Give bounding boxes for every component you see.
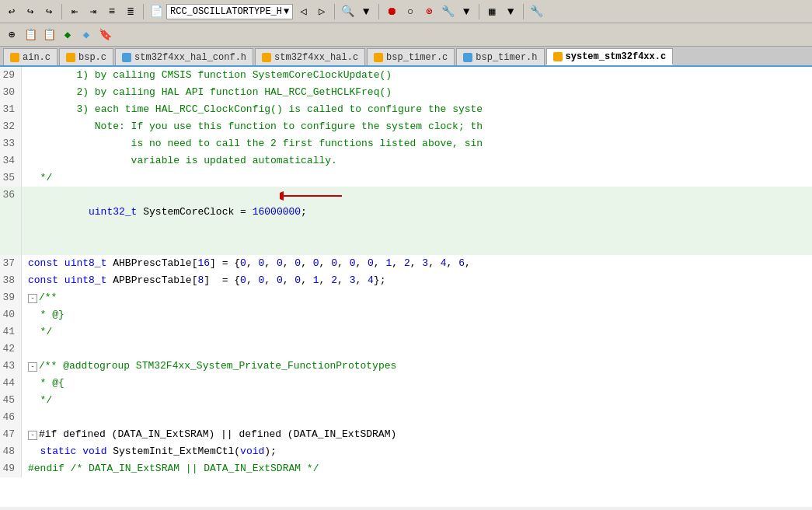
line-code-33: is no need to call the 2 first functions… (22, 135, 812, 152)
toggle-comment2-icon[interactable]: ≣ (122, 3, 139, 20)
sep3 (334, 4, 335, 19)
line-num-47: 47 (0, 426, 22, 443)
line-code-43: -/** @addtogroup STM32F4xx_System_Privat… (22, 358, 812, 375)
line-code-40: * @} (22, 306, 812, 323)
toolbar-top: ↩ ↪ ↪ ⇤ ⇥ ≡ ≣ 📄 RCC_OSCILLATORTYPE_H ▼ ◁… (0, 0, 812, 23)
code-line-31: 31 3) each time HAL_RCC_ClockConfig() is… (0, 101, 812, 118)
rcc-dropdown-label: RCC_OSCILLATORTYPE_H (170, 6, 282, 17)
line-code-32: Note: If you use this function to config… (22, 118, 812, 135)
tab-bsp-label: bsp.c (78, 52, 106, 63)
sep6 (523, 4, 524, 19)
copy-icon[interactable]: 📋 (40, 26, 58, 44)
line-code-39: -/** (22, 289, 812, 306)
tab-bsp-timer-h[interactable]: bsp_timer.h (456, 48, 544, 65)
code-line-45: 45 */ (0, 392, 812, 409)
line-num-41: 41 (0, 323, 22, 341)
line-code-49: #endif /* DATA_IN_ExtSRAM || DATA_IN_Ext… (22, 460, 812, 477)
circle-icon[interactable]: ○ (402, 3, 419, 20)
indent-left-icon[interactable]: ⇤ (66, 3, 83, 20)
rcc-dropdown[interactable]: RCC_OSCILLATORTYPE_H ▼ (166, 4, 293, 19)
code-line-49: 49 #endif /* DATA_IN_ExtSRAM || DATA_IN_… (0, 460, 812, 477)
line-num-39: 39 (0, 289, 22, 306)
line-num-35: 35 (0, 169, 22, 187)
tab-system[interactable]: system_stm32f4xx.c (546, 48, 674, 65)
tab-bsp-timer[interactable]: bsp_timer.c (367, 48, 455, 65)
tab-system-icon (553, 52, 563, 61)
tab-bsp-timer-label: bsp_timer.c (386, 52, 448, 63)
code-area: 29 1) by calling CMSIS function SystemCo… (0, 67, 812, 507)
toggle-comment-icon[interactable]: ≡ (103, 3, 120, 20)
green-diamond-icon[interactable]: ◆ (59, 26, 76, 44)
tab-hal-conf[interactable]: stm32f4xx_hal_conf.h (115, 48, 253, 65)
tab-ain-icon (10, 53, 19, 62)
tab-ain[interactable]: ain.c (3, 48, 58, 65)
nav-back-icon[interactable]: ◁ (294, 3, 312, 20)
nav-fwd-icon[interactable]: ▷ (313, 3, 330, 20)
search-icon[interactable]: 🔍 (339, 3, 356, 20)
code-line-33: 33 is no need to call the 2 first functi… (0, 135, 812, 152)
line-num-38: 38 (0, 272, 22, 289)
dropdown-arrow-icon[interactable]: ▼ (357, 3, 375, 20)
file-icon[interactable]: 📄 (148, 3, 165, 20)
tab-hal-conf-label: stm32f4xx_hal_conf.h (134, 52, 246, 63)
tab-hal[interactable]: stm32f4xx_hal.c (255, 48, 365, 65)
line-code-29: 1) by calling CMSIS function SystemCoreC… (22, 67, 812, 84)
build-dropdown-icon[interactable]: ▼ (458, 3, 475, 20)
sep4 (378, 4, 379, 19)
line-num-29: 29 (0, 67, 22, 84)
code-line-46: 46 (0, 409, 812, 426)
fold-47[interactable]: - (28, 431, 37, 440)
line-code-31: 3) each time HAL_RCC_ClockConfig() is ca… (22, 101, 812, 118)
code-line-41: 41 */ (0, 323, 812, 341)
line-code-41: */ (22, 323, 812, 341)
toolbar-second: ⊕ 📋 📋 ◆ ◆ 🔖 (0, 23, 812, 47)
code-line-29: 29 1) by calling CMSIS function SystemCo… (0, 67, 812, 84)
code-line-48: 48 static void SystemInit_ExtMemCtl(void… (0, 443, 812, 460)
app-window: ↩ ↪ ↪ ⇤ ⇥ ≡ ≣ 📄 RCC_OSCILLATORTYPE_H ▼ ◁… (0, 0, 812, 507)
line-num-33: 33 (0, 135, 22, 152)
redo2-icon[interactable]: ↪ (40, 3, 58, 20)
layout-dropdown-icon[interactable]: ▼ (502, 3, 519, 20)
tab-hal-conf-icon (122, 53, 131, 62)
diff-icon[interactable]: ⊗ (420, 3, 437, 20)
line-num-30: 30 (0, 84, 22, 101)
blue-diamond-icon[interactable]: ◆ (78, 26, 95, 44)
line-code-48: static void SystemInit_ExtMemCtl(void); (22, 443, 812, 460)
fold-43[interactable]: - (28, 362, 37, 372)
tab-hal-label: stm32f4xx_hal.c (274, 52, 358, 63)
tab-bsp-timer-h-label: bsp_timer.h (476, 52, 537, 63)
build-icon[interactable]: 🔧 (439, 3, 456, 20)
fold-39[interactable]: - (28, 294, 37, 303)
indent-right-icon[interactable]: ⇥ (85, 3, 102, 20)
code-line-43: 43 -/** @addtogroup STM32F4xx_System_Pri… (0, 358, 812, 375)
line-num-31: 31 (0, 101, 22, 118)
line-num-40: 40 (0, 306, 22, 323)
undo-icon[interactable]: ↩ (3, 3, 20, 20)
line-num-32: 32 (0, 118, 22, 135)
settings-icon[interactable]: 🔧 (528, 3, 545, 20)
line-code-45: */ (22, 392, 812, 409)
sep1 (61, 4, 62, 19)
line-num-48: 48 (0, 443, 22, 460)
code-line-42: 42 (0, 341, 812, 358)
line-num-37: 37 (0, 255, 22, 272)
code-line-39: 39 -/** (0, 289, 812, 306)
redo-icon[interactable]: ↪ (22, 3, 39, 20)
tab-ain-label: ain.c (23, 52, 51, 63)
line-code-42 (22, 341, 812, 358)
code-line-38: 38 const uint8_t APBPrescTable[8] = {0, … (0, 272, 812, 289)
record-icon[interactable]: ⏺ (383, 3, 400, 20)
line-code-38: const uint8_t APBPrescTable[8] = {0, 0, … (22, 272, 812, 289)
tab-bsp[interactable]: bsp.c (59, 48, 113, 65)
bookmark-icon[interactable]: 🔖 (96, 26, 113, 44)
tabs-bar: ain.c bsp.c stm32f4xx_hal_conf.h stm32f4… (0, 47, 812, 67)
line-num-44: 44 (0, 375, 22, 392)
line-num-46: 46 (0, 409, 22, 426)
file2-icon[interactable]: 📋 (22, 26, 39, 44)
tab-bsp-timer-icon (374, 53, 383, 62)
line-code-37: const uint8_t AHBPrescTable[16] = {0, 0,… (22, 255, 812, 272)
tab-bsp-icon (66, 53, 75, 62)
target-icon[interactable]: ⊕ (3, 26, 20, 44)
line-num-43: 43 (0, 358, 22, 375)
layout-icon[interactable]: ▦ (483, 3, 500, 20)
